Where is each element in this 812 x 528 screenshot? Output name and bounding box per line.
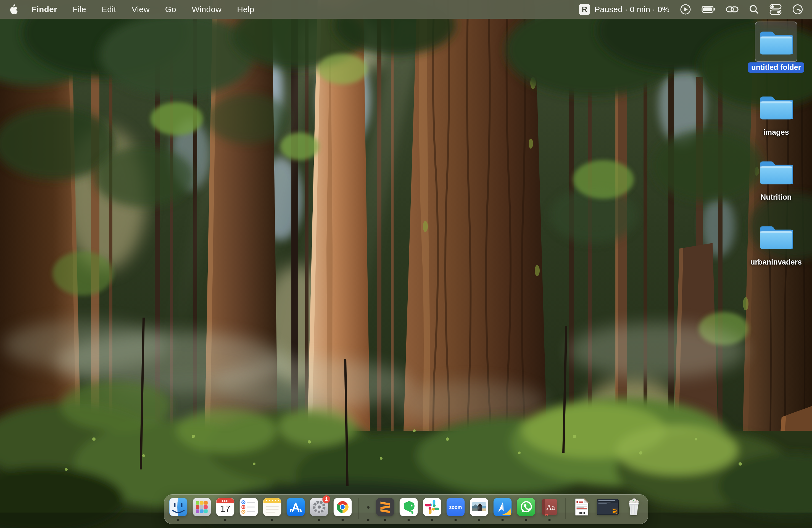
apple-logo-icon: [9, 4, 18, 15]
folder-label: urbaninvaders: [747, 257, 805, 267]
dock-item-pdf-doc[interactable]: [573, 498, 591, 522]
folder-icon: [758, 223, 794, 250]
svg-text:FEB: FEB: [222, 499, 228, 503]
notification-badge: 1: [323, 495, 330, 503]
running-indicator: [342, 519, 344, 521]
desktop-folder-column: untitled folder images Nutrition urbanin…: [752, 21, 800, 267]
trash-icon: [625, 498, 643, 516]
dock-item-mini-dot[interactable]: [366, 498, 371, 522]
macos-desktop: FinderFileEditViewGoWindowHelp R Paused …: [0, 0, 812, 528]
apple-menu[interactable]: [9, 4, 18, 15]
chrome-icon: [334, 498, 352, 516]
dock: FEB 17 1 zo: [164, 494, 648, 524]
running-indicator: [431, 519, 433, 521]
menu-window[interactable]: Window: [192, 5, 221, 14]
dock-item-settings[interactable]: 1: [310, 498, 329, 522]
dock-item-calendar[interactable]: FEB 17: [216, 498, 234, 522]
running-indicator: [384, 519, 387, 521]
wallpaper-forest: [0, 0, 812, 528]
desktop-folder-urbaninvaders[interactable]: urbaninvaders: [752, 216, 800, 267]
svg-text:17: 17: [220, 504, 230, 514]
desktop-folder-untitled-folder[interactable]: untitled folder: [752, 21, 800, 73]
menu-file[interactable]: File: [73, 5, 86, 14]
running-indicator: [408, 519, 410, 521]
dock-item-preview[interactable]: [470, 498, 488, 522]
reminders-icon: [240, 498, 258, 516]
evernote-icon: [400, 498, 418, 516]
folder-icon: [758, 93, 794, 120]
recorder-menu-extra[interactable]: R Paused · 0 min · 0%: [579, 4, 669, 15]
svg-text:Aa: Aa: [546, 503, 555, 511]
link-icon[interactable]: [726, 5, 739, 14]
dock-item-evernote[interactable]: [400, 498, 418, 522]
sublime-text-icon: [376, 498, 394, 516]
running-indicator: [271, 519, 273, 521]
calendar-icon: FEB 17: [216, 498, 234, 516]
menu-edit[interactable]: Edit: [102, 5, 116, 14]
menu-finder[interactable]: Finder: [31, 5, 57, 14]
launchpad-icon: [193, 498, 211, 516]
app-store-icon: [287, 498, 305, 516]
folder-label: images: [760, 127, 792, 137]
running-indicator: [318, 519, 320, 521]
folder-icon: [758, 28, 794, 55]
running-indicator: [177, 519, 179, 521]
play-circle-icon[interactable]: [680, 4, 691, 15]
dock-separator: [359, 498, 359, 519]
dock-item-reminders[interactable]: [240, 498, 258, 522]
zoom-icon: zoom: [447, 498, 465, 516]
dock-item-appstore[interactable]: [287, 498, 305, 522]
running-indicator: [549, 519, 551, 521]
menu-help[interactable]: Help: [237, 5, 255, 14]
folder-label: Nutrition: [757, 192, 795, 202]
battery-icon[interactable]: [701, 5, 715, 14]
dock-item-sublime[interactable]: [376, 498, 394, 522]
minimized-window-icon: [596, 498, 620, 516]
folder-label: untitled folder: [748, 62, 804, 73]
preview-icon: [470, 498, 488, 516]
dock-item-chrome[interactable]: [334, 498, 352, 522]
whatsapp-icon: [517, 498, 535, 516]
dock-item-trash[interactable]: [625, 498, 643, 522]
clock-icon[interactable]: [792, 4, 803, 15]
control-center-icon[interactable]: [769, 4, 782, 15]
running-indicator: [525, 519, 527, 521]
running-indicator: [454, 519, 457, 521]
finder-icon: [169, 498, 188, 516]
running-indicator: [502, 519, 504, 521]
slack-icon: [423, 498, 441, 516]
dock-item-notes[interactable]: [263, 498, 281, 522]
folder-icon: [758, 158, 794, 185]
dock-separator: [565, 498, 566, 519]
menu-view[interactable]: View: [132, 5, 150, 14]
dock-item-min-window[interactable]: [596, 498, 620, 522]
svg-text:zoom: zoom: [449, 504, 462, 510]
pdf-document-icon: [573, 498, 591, 516]
dock-item-slack[interactable]: [423, 498, 441, 522]
running-indicator: [478, 519, 480, 521]
menu-bar: FinderFileEditViewGoWindowHelp R Paused …: [0, 0, 812, 19]
recorder-icon: R: [579, 4, 590, 15]
running-indicator: [367, 519, 369, 521]
dock-item-dictionary[interactable]: Aa: [540, 498, 559, 522]
dictionary-icon: Aa: [540, 498, 559, 516]
notes-icon: [263, 498, 281, 516]
dock-item-spark[interactable]: [494, 498, 512, 522]
spotlight-search-icon[interactable]: [749, 4, 759, 14]
dock-item-launchpad[interactable]: [193, 498, 211, 522]
dock-item-whatsapp[interactable]: [517, 498, 535, 522]
recorder-status-text: Paused · 0 min · 0%: [594, 5, 669, 14]
desktop-folder-images[interactable]: images: [752, 86, 800, 137]
desktop-folder-Nutrition[interactable]: Nutrition: [752, 151, 800, 202]
dock-item-finder[interactable]: [169, 498, 188, 522]
tiny-app-dot: [367, 506, 369, 509]
menu-go[interactable]: Go: [165, 5, 176, 14]
running-indicator: [224, 519, 227, 521]
dock-item-zoom[interactable]: zoom: [447, 498, 465, 522]
spark-icon: [494, 498, 512, 516]
